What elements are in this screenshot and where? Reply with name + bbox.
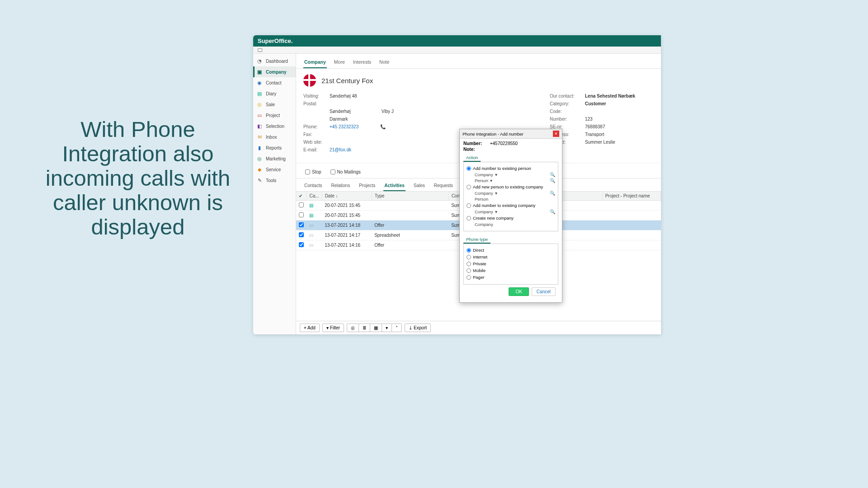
- sidebar-item-contact[interactable]: ◉ Contact: [253, 77, 296, 88]
- radio-phonetype-pager[interactable]: Pager: [467, 274, 555, 281]
- target-view-button[interactable]: ◎: [347, 324, 359, 332]
- company-header: 21st Century Fox: [296, 69, 661, 90]
- document-icon: ▭: [309, 223, 313, 228]
- postal-label: Postal:: [303, 101, 326, 106]
- company-dropdown-3[interactable]: Company: [475, 209, 493, 214]
- document-icon: ▭: [309, 233, 313, 238]
- stop-checkbox[interactable]: Stop: [305, 169, 321, 174]
- number-value: 123: [585, 117, 593, 122]
- search-icon[interactable]: 🔍: [550, 209, 555, 214]
- ok-button[interactable]: OK: [509, 287, 528, 296]
- expand-button[interactable]: ˄: [392, 324, 402, 332]
- tab-company[interactable]: Company: [303, 57, 327, 68]
- subtab-relations[interactable]: Relations: [330, 181, 351, 191]
- sidebar-item-label: Project: [266, 113, 280, 118]
- row-checkbox[interactable]: [299, 242, 304, 247]
- quick-toolbar: [253, 47, 661, 54]
- subtab-contacts[interactable]: Contacts: [303, 181, 323, 191]
- row-checkbox[interactable]: [299, 232, 304, 237]
- person-icon: ◉: [257, 80, 262, 85]
- wrench-icon: ✎: [257, 178, 262, 183]
- dropdown-view-button[interactable]: ▾: [382, 324, 392, 332]
- subtab-sales[interactable]: Sales: [413, 181, 426, 191]
- sidebar-item-service[interactable]: ◆ Service: [253, 164, 296, 175]
- sidebar-item-sale[interactable]: ◎ Sale: [253, 99, 296, 110]
- sidebar-item-label: Sale: [266, 102, 275, 107]
- radio-existing-company[interactable]: Add number to existing company: [467, 202, 555, 209]
- tab-interests[interactable]: Interests: [352, 57, 372, 68]
- person-dropdown[interactable]: Person: [475, 178, 488, 183]
- radio-phonetype-mobile[interactable]: Mobile: [467, 267, 555, 274]
- sidebar-item-label: Tools: [266, 178, 276, 183]
- email-value[interactable]: 21@fox.dk: [330, 147, 351, 152]
- phone-label: Phone:: [303, 124, 326, 129]
- sidebar-item-label: Company: [266, 70, 287, 75]
- subtab-activities[interactable]: Activities: [383, 181, 405, 191]
- list-view-button[interactable]: ≣: [359, 324, 370, 332]
- cancel-button[interactable]: Cancel: [532, 287, 556, 296]
- sidebar-item-reports[interactable]: ▮ Reports: [253, 142, 296, 153]
- company-dropdown-2[interactable]: Company: [475, 191, 493, 196]
- sidebar-item-selection[interactable]: ◧ Selection: [253, 121, 296, 131]
- subtab-requests[interactable]: Requests: [433, 181, 454, 191]
- search-icon[interactable]: 🔍: [550, 191, 555, 196]
- sidebar-item-diary[interactable]: ▤ Diary: [253, 88, 296, 99]
- phone-icon[interactable]: 📞: [380, 124, 386, 129]
- add-button[interactable]: + Add: [300, 324, 320, 332]
- tab-note[interactable]: Note: [378, 57, 390, 68]
- cell-date: 13-07-2021 14:18: [322, 221, 372, 230]
- radio-phonetype-internet[interactable]: Internet: [467, 253, 555, 260]
- company-name: 21st Century Fox: [321, 77, 373, 84]
- number-label: Number:: [463, 141, 482, 146]
- app-window: SuperOffice. ◔ Dashboard ▣ Company ◉ Con…: [253, 35, 661, 334]
- tab-more[interactable]: More: [333, 57, 346, 68]
- calendar-icon: ▤: [309, 213, 313, 218]
- export-button[interactable]: ⤓Export: [405, 324, 431, 332]
- calendar-view-button[interactable]: ▦: [370, 324, 382, 332]
- radio-new-company[interactable]: Create new company: [467, 215, 555, 221]
- radio-phonetype-private[interactable]: Private: [467, 260, 555, 267]
- row-checkbox[interactable]: [299, 212, 304, 217]
- radio-existing-person[interactable]: Add number to existing person: [467, 165, 555, 172]
- sidebar-item-project[interactable]: ▭ Project: [253, 110, 296, 121]
- chevron-down-icon: ▾: [495, 172, 497, 177]
- filter-button[interactable]: ▾Filter: [322, 324, 344, 332]
- row-checkbox[interactable]: [299, 202, 304, 207]
- company-dropdown[interactable]: Company: [475, 172, 493, 177]
- sidebar-item-label: Contact: [266, 80, 281, 85]
- target-icon: ◎: [257, 156, 262, 161]
- building-icon: ▣: [257, 69, 262, 75]
- no-mailings-checkbox[interactable]: No Mailings: [330, 169, 361, 174]
- subtab-projects[interactable]: Projects: [358, 181, 376, 191]
- number-label: Number:: [550, 117, 581, 122]
- sidebar-item-company[interactable]: ▣ Company: [253, 66, 296, 77]
- col-date[interactable]: Date ↓: [322, 192, 372, 201]
- sidebar-item-inbox[interactable]: ✉ Inbox: [253, 131, 296, 142]
- action-tab[interactable]: Action: [463, 154, 481, 162]
- detail-tabs: Company More Interests Note: [296, 54, 661, 69]
- col-project[interactable]: Project - Project name: [602, 192, 660, 201]
- radio-phonetype-direct[interactable]: Direct: [467, 247, 555, 253]
- phone-type-tab[interactable]: Phone type: [463, 236, 491, 244]
- close-icon[interactable]: ✕: [553, 131, 559, 137]
- radio-new-person[interactable]: Add new person to existing company: [467, 183, 555, 190]
- col-type[interactable]: Type: [372, 192, 448, 201]
- calendar-icon: ▤: [309, 203, 313, 208]
- search-icon[interactable]: 🔍: [550, 172, 555, 177]
- sidebar-item-tools[interactable]: ✎ Tools: [253, 175, 296, 186]
- sidebar-item-label: Marketing: [266, 156, 286, 161]
- sidebar-item-label: Dashboard: [266, 59, 288, 64]
- coin-icon: ◎: [257, 102, 262, 107]
- sidebar-item-marketing[interactable]: ◎ Marketing: [253, 153, 296, 164]
- our-contact-value: Lena Sehested Nørbæk: [585, 94, 635, 99]
- person-label-2: Person: [475, 197, 488, 202]
- row-checkbox[interactable]: [299, 222, 304, 227]
- phone-value[interactable]: +45 23232323: [330, 124, 359, 129]
- our-contact-label: Our contact:: [550, 94, 581, 99]
- col-category[interactable]: Ca...: [307, 192, 322, 201]
- search-icon[interactable]: 🔍: [550, 178, 555, 183]
- sidebar-item-dashboard[interactable]: ◔ Dashboard: [253, 56, 296, 66]
- grid-toolbar: + Add ▾Filter ◎ ≣ ▦ ▾ ˄ ⤓Export: [296, 321, 661, 334]
- col-check[interactable]: ✔: [296, 192, 307, 201]
- company-label-4: Company: [475, 222, 493, 227]
